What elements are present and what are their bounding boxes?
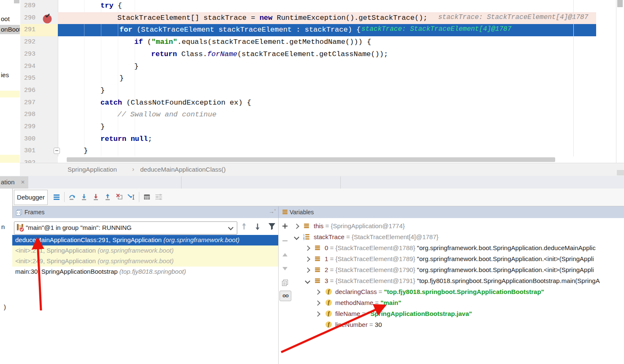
variable-row[interactable]: this = {SpringApplication@1774} <box>314 222 405 229</box>
code-line[interactable]: } <box>134 62 138 71</box>
variable-row[interactable]: 3 = {StackTraceElement@1791} "top.fjy801… <box>325 277 600 284</box>
editor-tab-partial[interactable]: ation ✕ <box>0 176 28 189</box>
move-down-icon[interactable] <box>282 266 288 273</box>
editor-hscrollbar[interactable] <box>58 156 616 163</box>
breadcrumb-method[interactable]: deduceMainApplicationClass() <box>140 166 226 173</box>
chevron-collapsed-icon[interactable] <box>294 224 299 229</box>
variable-row[interactable]: lineNumber = 30 <box>335 321 382 328</box>
breadcrumb-class[interactable]: SpringApplication <box>68 166 117 173</box>
line-number: 296 <box>24 87 35 94</box>
code-line[interactable]: // Swallow and continue <box>117 110 217 119</box>
step-into-icon[interactable] <box>78 191 90 203</box>
chevron-expanded-icon[interactable] <box>305 278 310 284</box>
chevron-collapsed-icon[interactable] <box>315 289 320 295</box>
value-icon <box>315 245 320 251</box>
variable-ref: {StackTraceElement@1789} <box>335 255 417 262</box>
frames-pane: "main"@1 in group "main": RUNNING deduce… <box>12 218 278 364</box>
code-line[interactable]: if ("main".equals(stackTraceElement.getM… <box>134 38 371 47</box>
frame-row[interactable]: <init>:249, SpringApplication (org.sprin… <box>12 256 278 267</box>
code-line[interactable]: return null; <box>100 135 152 144</box>
chevron-collapsed-icon[interactable] <box>305 256 310 262</box>
project-tree-item[interactable]: ies <box>1 71 9 78</box>
chevron-collapsed-icon[interactable] <box>315 311 320 317</box>
line-number: 290 <box>24 14 35 22</box>
frame-row[interactable]: <init>:271, SpringApplication (org.sprin… <box>12 245 278 256</box>
variable-name: methodName <box>335 299 373 306</box>
yellow-strip <box>0 155 20 163</box>
layout-settings-icon[interactable] <box>153 191 165 203</box>
chevron-collapsed-icon[interactable] <box>305 245 310 251</box>
variable-row[interactable]: 0 = {StackTraceElement@1788} "org.spring… <box>325 244 596 251</box>
variable-ref: {StackTraceElement@1788} <box>335 244 417 251</box>
variable-row[interactable]: methodName = "main" <box>335 299 401 306</box>
project-tree-item-clipped: n <box>1 223 5 230</box>
frame-location: <init>:271, SpringApplication <box>15 247 98 254</box>
breakpoint-icon[interactable] <box>42 13 53 24</box>
add-watch-icon[interactable] <box>282 223 288 231</box>
remove-watch-icon[interactable] <box>282 237 288 246</box>
line-number: 298 <box>24 111 35 118</box>
code-line[interactable]: } <box>119 74 124 83</box>
evaluate-expression-icon[interactable] <box>141 191 153 203</box>
frames-icon <box>16 209 22 217</box>
field-icon: f <box>326 310 332 317</box>
frame-row[interactable]: deduceMainApplicationClass:291, SpringAp… <box>12 235 278 245</box>
code-line[interactable]: return Class.forName(stackTraceElement.g… <box>151 50 388 59</box>
line-number: 294 <box>24 63 35 70</box>
step-over-icon[interactable] <box>66 191 78 203</box>
code-line[interactable]: catch (ClassNotFoundException ex) { <box>100 98 251 108</box>
variable-string-value: "top.fjy8018.springboot.SpringApplicatio… <box>417 277 600 284</box>
project-panel-strip: ootonBooties <box>0 0 20 163</box>
tab-debugger[interactable]: Debugger <box>14 190 48 205</box>
variable-ref: {StackTraceElement@1790} <box>335 266 417 273</box>
code-line[interactable]: for (StackTraceElement stackTraceElement… <box>119 25 361 35</box>
up-arrow-icon[interactable] <box>240 222 248 232</box>
chevron-collapsed-icon[interactable] <box>305 267 310 273</box>
drop-frame-icon[interactable] <box>114 191 125 203</box>
project-scrollbar-piece[interactable] <box>14 0 19 3</box>
variable-string-value: "org.springframework.boot.SpringApplicat… <box>417 255 594 262</box>
step-out-icon[interactable] <box>102 191 114 203</box>
breadcrumb-separator-icon: › <box>132 165 134 173</box>
chevron-expanded-icon[interactable] <box>294 235 299 240</box>
editor-vscrollbar[interactable] <box>616 0 624 163</box>
show-watches-icon[interactable]: oo <box>279 291 291 301</box>
variable-row[interactable]: 1 = {StackTraceElement@1789} "org.spring… <box>325 255 594 262</box>
force-step-into-icon[interactable] <box>90 191 102 203</box>
thread-selector-dropdown[interactable]: "main"@1 in group "main": RUNNING <box>14 221 237 235</box>
filter-icon[interactable] <box>268 222 276 232</box>
code-line[interactable]: StackTraceElement[] stackTrace = new Run… <box>117 13 428 23</box>
vscrollbar-thumb[interactable] <box>617 0 623 7</box>
svg-text:3: 3 <box>303 238 305 240</box>
code-line[interactable]: } <box>84 146 88 156</box>
breadcrumb-scroll-corner <box>617 170 624 175</box>
line-number: 300 <box>24 135 35 143</box>
variables-pane: this = {SpringApplication@1774}123stackT… <box>292 218 624 364</box>
code-line[interactable]: try { <box>100 1 122 11</box>
variable-ref: {StackTraceElement[4]@1787} <box>352 233 439 240</box>
variable-row[interactable]: 2 = {StackTraceElement@1790} "org.spring… <box>325 266 594 273</box>
code-line[interactable]: } <box>100 122 105 132</box>
move-up-icon[interactable] <box>282 252 288 259</box>
variable-row[interactable]: declaringClass = "top.fjy8018.springboot… <box>335 288 544 295</box>
field-icon: f <box>326 289 332 295</box>
hamburger-icon[interactable] <box>51 191 62 203</box>
hscrollbar-thumb[interactable] <box>67 157 555 162</box>
code-line[interactable]: } <box>100 86 105 95</box>
down-arrow-icon[interactable] <box>254 222 261 232</box>
project-tree-item[interactable]: oot <box>1 15 10 22</box>
run-to-cursor-icon[interactable] <box>125 191 137 203</box>
fold-marker-icon[interactable] <box>54 148 60 154</box>
duplicate-icon[interactable] <box>282 279 288 288</box>
tab-close-icon[interactable]: ✕ <box>21 179 25 185</box>
project-tree-item[interactable]: onBoot <box>1 26 20 33</box>
chevron-collapsed-icon[interactable] <box>315 300 320 306</box>
variable-row[interactable]: stackTrace = {StackTraceElement[4]@1787} <box>314 233 439 240</box>
thread-suspended-icon <box>16 224 25 234</box>
chevron-down-icon[interactable] <box>228 225 233 230</box>
popout-icon[interactable]: →' <box>269 208 276 215</box>
line-number: 297 <box>24 99 35 106</box>
frames-panel-title: Frames <box>24 209 44 216</box>
variable-row[interactable]: fileName = "SpringApplicationBootstrap.j… <box>335 310 472 317</box>
frame-row[interactable]: main:30, SpringApplicationBootstrap (top… <box>12 267 278 277</box>
